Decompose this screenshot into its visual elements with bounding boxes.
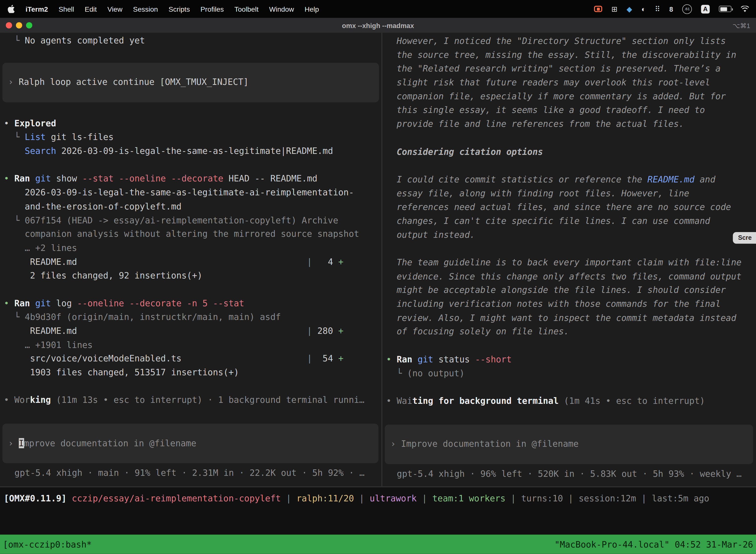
menu-items: iTerm2 Shell Edit View Session Scripts P… bbox=[0, 5, 319, 13]
menu-item-edit[interactable]: Edit bbox=[85, 5, 97, 13]
screen: iTerm2 Shell Edit View Session Scripts P… bbox=[0, 0, 756, 554]
menu-item-toolbelt[interactable]: Toolbelt bbox=[234, 5, 258, 13]
screen-recording-indicator-icon[interactable] bbox=[594, 6, 602, 12]
input-source-icon[interactable]: A bbox=[701, 4, 710, 13]
menu-item-window[interactable]: Window bbox=[269, 5, 294, 13]
terminal-output-right: However, I noticed the "Directory Struct… bbox=[382, 33, 756, 408]
menu-item-help[interactable]: Help bbox=[305, 5, 319, 13]
window-title: omx --xhigh --madmax bbox=[0, 21, 756, 29]
menu-item-view[interactable]: View bbox=[107, 5, 123, 13]
prompt-text-right: › Improve documentation in @filename bbox=[391, 437, 579, 451]
menubar-status-icons: ⊞ ◆ ◐ ⠿ 8 .61 A bbox=[594, 4, 756, 14]
omx-status-line: [OMX#0.11.9] cczip/essay/ai-reimplementa… bbox=[0, 492, 756, 506]
grid-app-icon[interactable]: ⊞ bbox=[611, 5, 617, 12]
apple-menu-icon[interactable] bbox=[8, 5, 15, 13]
inject-banner: › Ralph loop active continue [OMX_TMUX_I… bbox=[2, 63, 379, 102]
dark-circle-app-icon[interactable]: ◐ bbox=[641, 5, 646, 12]
tmux-pane-right[interactable]: However, I noticed the "Directory Struct… bbox=[382, 33, 756, 486]
tmux-host-and-time: "MacBook-Pro-44.local" 04:52 31-Mar-26 bbox=[555, 539, 756, 549]
tmux-session-name: [omx-cczip0:bash* bbox=[0, 539, 92, 549]
menu-item-session[interactable]: Session bbox=[133, 5, 158, 13]
terminal-output-left-top: └ No agents completed yet bbox=[0, 33, 381, 48]
battery-icon[interactable] bbox=[719, 6, 732, 12]
inject-banner-text: › Ralph loop active continue [OMX_TMUX_I… bbox=[8, 75, 249, 89]
terminal-output-left: • Explored └ List git ls-files Search 20… bbox=[0, 117, 381, 407]
minimize-window-button[interactable] bbox=[16, 22, 22, 28]
menu-bar: iTerm2 Shell Edit View Session Scripts P… bbox=[0, 0, 756, 18]
wifi-icon[interactable] bbox=[741, 5, 749, 12]
session-status-right: gpt-5.4 xhigh · 96% left · 520K in · 5.8… bbox=[382, 467, 756, 481]
session-status-left: gpt-5.4 xhigh · main · 91% left · 2.31M … bbox=[0, 466, 381, 480]
blue-app-icon[interactable]: ◆ bbox=[627, 5, 632, 12]
traffic-lights bbox=[0, 22, 32, 28]
omx-statusbar: [OMX#0.11.9] cczip/essay/ai-reimplementa… bbox=[0, 486, 756, 535]
screen-share-chip[interactable]: Scre bbox=[733, 232, 756, 244]
window-shortcut-badge: ⌥⌘1 bbox=[733, 21, 750, 29]
menu-item-shell[interactable]: Shell bbox=[59, 5, 74, 13]
menu-item-profiles[interactable]: Profiles bbox=[200, 5, 224, 13]
tmux-status-bar: [omx-cczip0:bash* "MacBook-Pro-44.local"… bbox=[0, 535, 756, 554]
prompt-text-left: › Improve documentation in @filename bbox=[8, 437, 196, 450]
eight-app-icon[interactable]: 8 bbox=[670, 5, 673, 12]
tmux-pane-left[interactable]: └ No agents completed yet › Ralph loop a… bbox=[0, 33, 381, 486]
window-titlebar[interactable]: omx --xhigh --madmax ⌥⌘1 bbox=[0, 18, 756, 33]
gauge-icon[interactable]: .61 bbox=[682, 4, 692, 14]
close-window-button[interactable] bbox=[6, 22, 12, 28]
terminal: └ No agents completed yet › Ralph loop a… bbox=[0, 33, 756, 486]
prompt-input-right[interactable]: › Improve documentation in @filename bbox=[385, 425, 753, 464]
menu-item-iterm2[interactable]: iTerm2 bbox=[25, 5, 48, 13]
menu-item-scripts[interactable]: Scripts bbox=[169, 5, 190, 13]
dots-grid-icon[interactable]: ⠿ bbox=[655, 5, 660, 12]
zoom-window-button[interactable] bbox=[26, 22, 32, 28]
prompt-input-left[interactable]: › Improve documentation in @filename bbox=[2, 424, 378, 463]
